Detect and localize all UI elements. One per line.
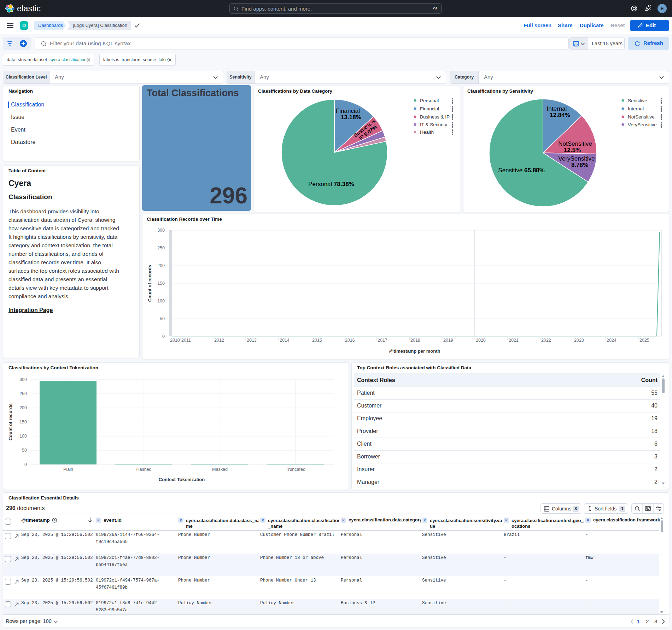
svg-text:50: 50 — [22, 448, 27, 453]
svg-text:Sensitive: Sensitive — [628, 98, 647, 103]
svg-text:Business & IP: Business & IP — [420, 114, 450, 120]
svg-text:2015: 2015 — [312, 338, 322, 343]
svg-text:300: 300 — [157, 228, 165, 233]
svg-text:13.18%: 13.18% — [341, 114, 361, 121]
svg-text:2017: 2017 — [378, 338, 387, 343]
svg-text:100: 100 — [157, 299, 165, 304]
svg-text:12.5%: 12.5% — [564, 147, 581, 154]
svg-text:IT & Security: IT & Security — [420, 122, 447, 127]
svg-text:2023: 2023 — [574, 338, 584, 343]
svg-text:2021: 2021 — [509, 338, 519, 343]
svg-text:VerySensitive: VerySensitive — [559, 155, 595, 162]
svg-text:Financial: Financial — [420, 106, 439, 111]
svg-text:2010: 2010 — [170, 338, 180, 343]
svg-text:12.84%: 12.84% — [550, 112, 570, 119]
svg-text:Count of records: Count of records — [147, 265, 152, 302]
svg-text:@timestamp per month: @timestamp per month — [389, 348, 440, 354]
svg-text:2019: 2019 — [443, 338, 453, 343]
svg-text:Sensitive 65.88%: Sensitive 65.88% — [498, 167, 544, 174]
svg-text:Internal: Internal — [547, 105, 567, 112]
svg-text:2018: 2018 — [410, 338, 420, 343]
svg-text:2012: 2012 — [214, 338, 224, 343]
svg-text:Masked: Masked — [212, 467, 228, 472]
svg-text:300: 300 — [19, 377, 27, 382]
svg-text:250: 250 — [19, 391, 27, 396]
svg-text:Truncated: Truncated — [286, 467, 305, 472]
svg-text:Personal 78.38%: Personal 78.38% — [308, 181, 354, 187]
svg-text:2013: 2013 — [247, 338, 257, 343]
svg-text:NotSensitive: NotSensitive — [628, 114, 655, 120]
svg-text:Personal: Personal — [420, 98, 439, 103]
svg-text:0: 0 — [162, 334, 165, 339]
svg-text:Plain: Plain — [63, 467, 73, 472]
svg-text:Context Tokenization: Context Tokenization — [159, 477, 205, 482]
svg-text:NotSensitive: NotSensitive — [558, 140, 592, 147]
svg-text:2016: 2016 — [345, 338, 355, 343]
svg-text:8.78%: 8.78% — [571, 162, 588, 168]
svg-text:0: 0 — [24, 462, 27, 467]
svg-text:Internal: Internal — [628, 106, 644, 111]
svg-text:200: 200 — [157, 263, 165, 268]
svg-text:2014: 2014 — [280, 338, 290, 343]
svg-text:2024: 2024 — [607, 338, 617, 343]
svg-text:Count of records: Count of records — [8, 404, 13, 441]
svg-text:2025: 2025 — [639, 338, 649, 343]
svg-text:VerySensitive: VerySensitive — [628, 122, 657, 127]
svg-text:150: 150 — [19, 420, 27, 424]
svg-text:Hashed: Hashed — [136, 467, 151, 472]
svg-text:2011: 2011 — [181, 338, 191, 343]
svg-text:2020: 2020 — [476, 338, 486, 343]
svg-text:100: 100 — [19, 434, 27, 439]
svg-text:250: 250 — [157, 245, 165, 250]
svg-text:Health: Health — [420, 129, 434, 135]
svg-text:150: 150 — [157, 281, 165, 286]
svg-text:50: 50 — [160, 316, 165, 321]
svg-text:2022: 2022 — [541, 338, 551, 343]
svg-text:Financial: Financial — [336, 108, 360, 114]
svg-text:200: 200 — [19, 405, 27, 410]
